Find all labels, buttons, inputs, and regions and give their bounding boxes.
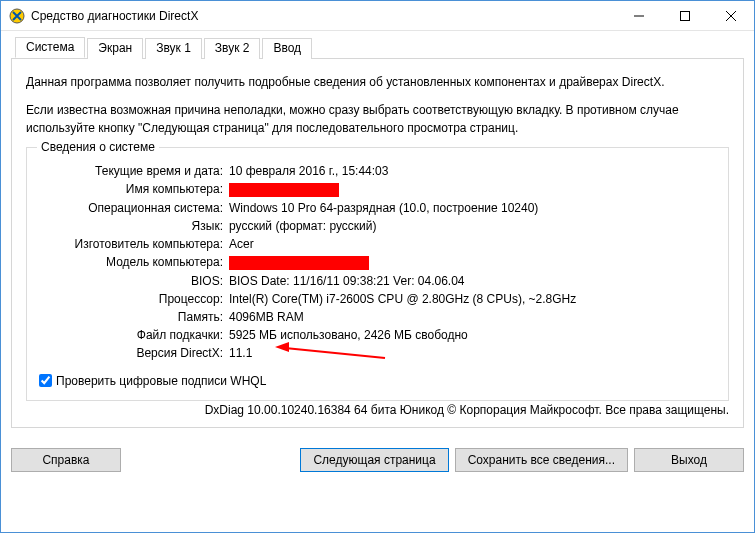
info-label: Операционная система:	[39, 199, 229, 217]
svg-line-5	[285, 348, 385, 358]
button-bar: Справка Следующая страница Сохранить все…	[1, 438, 754, 482]
status-text: DxDiag 10.00.10240.16384 64 бита Юникод …	[26, 401, 729, 417]
exit-button[interactable]: Выход	[634, 448, 744, 472]
info-label: Память:	[39, 308, 229, 326]
intro-p1: Данная программа позволяет получить подр…	[26, 73, 729, 91]
whql-checkbox-row: Проверить цифровые подписи WHQL	[39, 374, 716, 388]
tab-sound1[interactable]: Звук 1	[145, 38, 202, 59]
info-value	[229, 253, 716, 272]
next-page-button[interactable]: Следующая страница	[300, 448, 448, 472]
info-value: русский (формат: русский)	[229, 217, 716, 235]
info-value: BIOS Date: 11/16/11 09:38:21 Ver: 04.06.…	[229, 272, 716, 290]
close-button[interactable]	[708, 1, 754, 31]
groupbox-title: Сведения о системе	[37, 140, 159, 154]
whql-checkbox[interactable]	[39, 374, 52, 387]
info-value: 10 февраля 2016 г., 15:44:03	[229, 162, 716, 180]
info-row: Операционная система:Windows 10 Pro 64-р…	[39, 199, 716, 217]
info-label: Текущие время и дата:	[39, 162, 229, 180]
tab-input[interactable]: Ввод	[262, 38, 312, 59]
info-label: Процессор:	[39, 290, 229, 308]
tabstrip: Система Экран Звук 1 Звук 2 Ввод	[11, 37, 744, 59]
window-title: Средство диагностики DirectX	[31, 9, 616, 23]
intro-p2: Если известна возможная причина неполадк…	[26, 101, 729, 137]
titlebar: Средство диагностики DirectX	[1, 1, 754, 31]
info-value	[229, 180, 716, 199]
info-row: Файл подкачки:5925 МБ использовано, 2426…	[39, 326, 716, 344]
info-label: Имя компьютера:	[39, 180, 229, 199]
dxdiag-icon	[9, 8, 25, 24]
intro-text: Данная программа позволяет получить подр…	[26, 73, 729, 137]
info-value: 4096MB RAM	[229, 308, 716, 326]
info-row: Версия DirectX:11.1	[39, 344, 716, 362]
whql-label[interactable]: Проверить цифровые подписи WHQL	[56, 374, 266, 388]
info-table: Текущие время и дата:10 февраля 2016 г.,…	[39, 162, 716, 362]
info-row: Модель компьютера:	[39, 253, 716, 272]
redacted-value	[229, 183, 339, 197]
svg-marker-6	[275, 342, 289, 352]
tab-page-system: Данная программа позволяет получить подр…	[11, 59, 744, 428]
window-controls	[616, 1, 754, 30]
svg-rect-2	[681, 12, 690, 21]
info-label: Язык:	[39, 217, 229, 235]
info-row: Язык:русский (формат: русский)	[39, 217, 716, 235]
help-button[interactable]: Справка	[11, 448, 121, 472]
info-value: Intel(R) Core(TM) i7-2600S CPU @ 2.80GHz…	[229, 290, 716, 308]
info-row: Процессор:Intel(R) Core(TM) i7-2600S CPU…	[39, 290, 716, 308]
info-label: Файл подкачки:	[39, 326, 229, 344]
save-all-button[interactable]: Сохранить все сведения...	[455, 448, 628, 472]
info-label: Модель компьютера:	[39, 253, 229, 272]
tab-display[interactable]: Экран	[87, 38, 143, 59]
maximize-button[interactable]	[662, 1, 708, 31]
info-row: Изготовитель компьютера:Acer	[39, 235, 716, 253]
tab-sound2[interactable]: Звук 2	[204, 38, 261, 59]
tab-system[interactable]: Система	[15, 37, 85, 58]
info-row: Текущие время и дата:10 февраля 2016 г.,…	[39, 162, 716, 180]
redacted-value	[229, 256, 369, 270]
info-label: Версия DirectX:	[39, 344, 229, 362]
info-label: BIOS:	[39, 272, 229, 290]
info-value: 5925 МБ использовано, 2426 МБ свободно	[229, 326, 716, 344]
info-label: Изготовитель компьютера:	[39, 235, 229, 253]
info-value: Acer	[229, 235, 716, 253]
info-row: BIOS:BIOS Date: 11/16/11 09:38:21 Ver: 0…	[39, 272, 716, 290]
system-info-groupbox: Сведения о системе Текущие время и дата:…	[26, 147, 729, 401]
info-row: Память:4096MB RAM	[39, 308, 716, 326]
info-value: Windows 10 Pro 64-разрядная (10.0, постр…	[229, 199, 716, 217]
minimize-button[interactable]	[616, 1, 662, 31]
info-value: 11.1	[229, 344, 716, 362]
annotation-arrow-icon	[275, 340, 395, 362]
info-row: Имя компьютера:	[39, 180, 716, 199]
